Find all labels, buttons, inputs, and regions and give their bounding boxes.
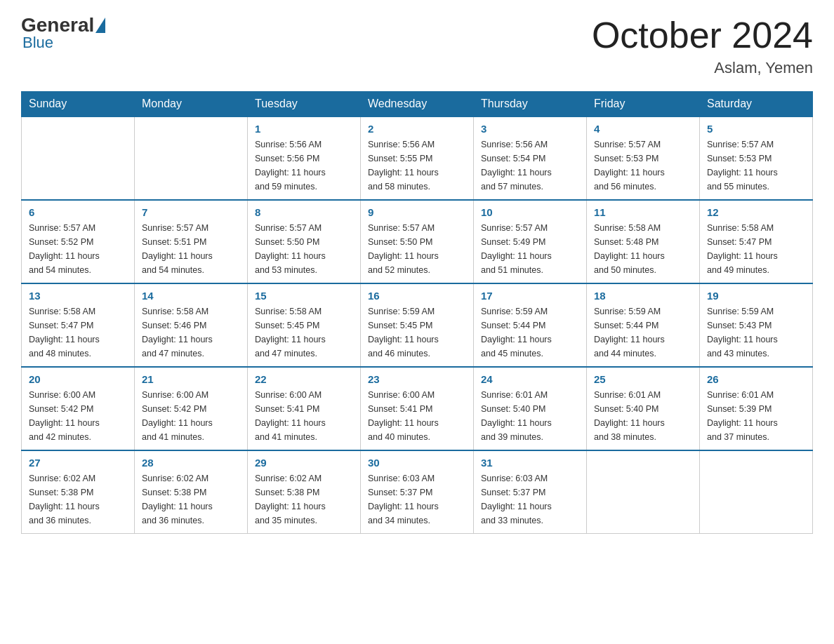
day-number: 22 xyxy=(255,373,353,385)
day-number: 18 xyxy=(594,290,692,302)
table-row: 17Sunrise: 5:59 AMSunset: 5:44 PMDayligh… xyxy=(474,283,587,367)
logo-blue-text: Blue xyxy=(22,34,53,52)
day-info: Sunrise: 5:57 AMSunset: 5:53 PMDaylight:… xyxy=(594,137,692,194)
day-number: 13 xyxy=(29,290,127,302)
table-row: 21Sunrise: 6:00 AMSunset: 5:42 PMDayligh… xyxy=(135,367,248,450)
col-thursday: Thursday xyxy=(474,92,587,117)
day-info: Sunrise: 6:02 AMSunset: 5:38 PMDaylight:… xyxy=(142,471,240,528)
day-info: Sunrise: 5:59 AMSunset: 5:45 PMDaylight:… xyxy=(368,304,466,361)
day-number: 12 xyxy=(707,206,805,218)
table-row: 16Sunrise: 5:59 AMSunset: 5:45 PMDayligh… xyxy=(361,283,474,367)
day-info: Sunrise: 6:03 AMSunset: 5:37 PMDaylight:… xyxy=(368,471,466,528)
header-row: Sunday Monday Tuesday Wednesday Thursday… xyxy=(22,92,813,117)
day-info: Sunrise: 6:00 AMSunset: 5:42 PMDaylight:… xyxy=(142,388,240,444)
day-number: 21 xyxy=(142,373,240,385)
table-row: 2Sunrise: 5:56 AMSunset: 5:55 PMDaylight… xyxy=(361,116,474,200)
day-number: 14 xyxy=(142,290,240,302)
day-info: Sunrise: 6:01 AMSunset: 5:40 PMDaylight:… xyxy=(481,388,579,444)
day-number: 24 xyxy=(481,373,579,385)
day-number: 20 xyxy=(29,373,127,385)
day-number: 26 xyxy=(707,373,805,385)
day-number: 28 xyxy=(142,457,240,469)
table-row: 7Sunrise: 5:57 AMSunset: 5:51 PMDaylight… xyxy=(135,200,248,283)
day-info: Sunrise: 5:56 AMSunset: 5:56 PMDaylight:… xyxy=(255,137,353,194)
day-info: Sunrise: 6:01 AMSunset: 5:39 PMDaylight:… xyxy=(707,388,805,444)
table-row: 15Sunrise: 5:58 AMSunset: 5:45 PMDayligh… xyxy=(248,283,361,367)
calendar-week-row: 27Sunrise: 6:02 AMSunset: 5:38 PMDayligh… xyxy=(22,450,813,534)
table-row: 5Sunrise: 5:57 AMSunset: 5:53 PMDaylight… xyxy=(700,116,813,200)
day-info: Sunrise: 5:58 AMSunset: 5:48 PMDaylight:… xyxy=(594,221,692,277)
col-tuesday: Tuesday xyxy=(248,92,361,117)
table-row: 13Sunrise: 5:58 AMSunset: 5:47 PMDayligh… xyxy=(22,283,135,367)
day-info: Sunrise: 6:02 AMSunset: 5:38 PMDaylight:… xyxy=(29,471,127,528)
col-friday: Friday xyxy=(587,92,700,117)
day-number: 10 xyxy=(481,206,579,218)
title-area: October 2024 Aslam, Yemen xyxy=(592,14,813,77)
table-row: 18Sunrise: 5:59 AMSunset: 5:44 PMDayligh… xyxy=(587,283,700,367)
table-row xyxy=(22,116,135,200)
calendar-week-row: 6Sunrise: 5:57 AMSunset: 5:52 PMDaylight… xyxy=(22,200,813,283)
day-number: 3 xyxy=(481,123,579,135)
location-title: Aslam, Yemen xyxy=(592,59,813,77)
table-row: 23Sunrise: 6:00 AMSunset: 5:41 PMDayligh… xyxy=(361,367,474,450)
day-number: 6 xyxy=(29,206,127,218)
day-number: 1 xyxy=(255,123,353,135)
table-row: 30Sunrise: 6:03 AMSunset: 5:37 PMDayligh… xyxy=(361,450,474,534)
col-monday: Monday xyxy=(135,92,248,117)
day-number: 9 xyxy=(368,206,466,218)
calendar-body: 1Sunrise: 5:56 AMSunset: 5:56 PMDaylight… xyxy=(22,116,813,534)
day-info: Sunrise: 5:57 AMSunset: 5:50 PMDaylight:… xyxy=(255,221,353,277)
day-info: Sunrise: 6:00 AMSunset: 5:41 PMDaylight:… xyxy=(368,388,466,444)
logo: General Blue xyxy=(21,14,107,52)
day-number: 8 xyxy=(255,206,353,218)
table-row: 26Sunrise: 6:01 AMSunset: 5:39 PMDayligh… xyxy=(700,367,813,450)
day-info: Sunrise: 5:57 AMSunset: 5:49 PMDaylight:… xyxy=(481,221,579,277)
table-row xyxy=(135,116,248,200)
table-row xyxy=(587,450,700,534)
table-row: 22Sunrise: 6:00 AMSunset: 5:41 PMDayligh… xyxy=(248,367,361,450)
day-info: Sunrise: 5:57 AMSunset: 5:50 PMDaylight:… xyxy=(368,221,466,277)
day-info: Sunrise: 5:58 AMSunset: 5:46 PMDaylight:… xyxy=(142,304,240,361)
table-row: 12Sunrise: 5:58 AMSunset: 5:47 PMDayligh… xyxy=(700,200,813,283)
table-row: 4Sunrise: 5:57 AMSunset: 5:53 PMDaylight… xyxy=(587,116,700,200)
calendar-week-row: 1Sunrise: 5:56 AMSunset: 5:56 PMDaylight… xyxy=(22,116,813,200)
day-number: 16 xyxy=(368,290,466,302)
table-row: 14Sunrise: 5:58 AMSunset: 5:46 PMDayligh… xyxy=(135,283,248,367)
month-title: October 2024 xyxy=(592,14,813,56)
col-sunday: Sunday xyxy=(22,92,135,117)
table-row: 10Sunrise: 5:57 AMSunset: 5:49 PMDayligh… xyxy=(474,200,587,283)
table-row: 6Sunrise: 5:57 AMSunset: 5:52 PMDaylight… xyxy=(22,200,135,283)
day-info: Sunrise: 5:58 AMSunset: 5:47 PMDaylight:… xyxy=(29,304,127,361)
day-info: Sunrise: 5:57 AMSunset: 5:53 PMDaylight:… xyxy=(707,137,805,194)
day-number: 17 xyxy=(481,290,579,302)
table-row: 20Sunrise: 6:00 AMSunset: 5:42 PMDayligh… xyxy=(22,367,135,450)
table-row: 11Sunrise: 5:58 AMSunset: 5:48 PMDayligh… xyxy=(587,200,700,283)
table-row: 3Sunrise: 5:56 AMSunset: 5:54 PMDaylight… xyxy=(474,116,587,200)
table-row: 29Sunrise: 6:02 AMSunset: 5:38 PMDayligh… xyxy=(248,450,361,534)
day-info: Sunrise: 5:58 AMSunset: 5:47 PMDaylight:… xyxy=(707,221,805,277)
day-info: Sunrise: 6:01 AMSunset: 5:40 PMDaylight:… xyxy=(594,388,692,444)
day-number: 30 xyxy=(368,457,466,469)
day-info: Sunrise: 6:00 AMSunset: 5:42 PMDaylight:… xyxy=(29,388,127,444)
day-info: Sunrise: 6:03 AMSunset: 5:37 PMDaylight:… xyxy=(481,471,579,528)
day-number: 23 xyxy=(368,373,466,385)
day-info: Sunrise: 5:56 AMSunset: 5:55 PMDaylight:… xyxy=(368,137,466,194)
calendar-table: Sunday Monday Tuesday Wednesday Thursday… xyxy=(21,91,813,534)
day-info: Sunrise: 5:57 AMSunset: 5:51 PMDaylight:… xyxy=(142,221,240,277)
day-number: 15 xyxy=(255,290,353,302)
table-row xyxy=(700,450,813,534)
calendar-header: Sunday Monday Tuesday Wednesday Thursday… xyxy=(22,92,813,117)
table-row: 25Sunrise: 6:01 AMSunset: 5:40 PMDayligh… xyxy=(587,367,700,450)
table-row: 19Sunrise: 5:59 AMSunset: 5:43 PMDayligh… xyxy=(700,283,813,367)
col-wednesday: Wednesday xyxy=(361,92,474,117)
day-number: 4 xyxy=(594,123,692,135)
day-info: Sunrise: 6:02 AMSunset: 5:38 PMDaylight:… xyxy=(255,471,353,528)
day-info: Sunrise: 5:58 AMSunset: 5:45 PMDaylight:… xyxy=(255,304,353,361)
table-row: 8Sunrise: 5:57 AMSunset: 5:50 PMDaylight… xyxy=(248,200,361,283)
table-row: 31Sunrise: 6:03 AMSunset: 5:37 PMDayligh… xyxy=(474,450,587,534)
calendar-week-row: 13Sunrise: 5:58 AMSunset: 5:47 PMDayligh… xyxy=(22,283,813,367)
table-row: 1Sunrise: 5:56 AMSunset: 5:56 PMDaylight… xyxy=(248,116,361,200)
day-info: Sunrise: 5:56 AMSunset: 5:54 PMDaylight:… xyxy=(481,137,579,194)
day-number: 29 xyxy=(255,457,353,469)
day-number: 27 xyxy=(29,457,127,469)
